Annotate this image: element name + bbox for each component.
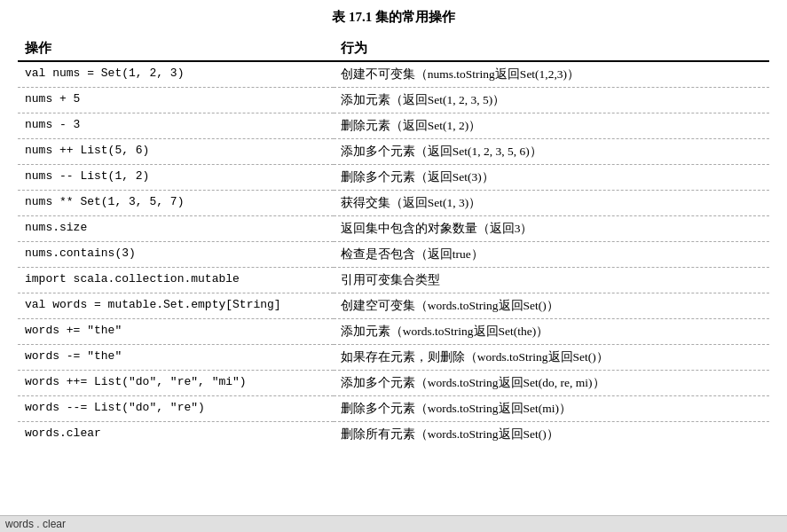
table-row: nums -- List(1, 2)删除多个元素（返回Set(3)） bbox=[18, 165, 769, 191]
operation-cell: nums -- List(1, 2) bbox=[18, 165, 334, 191]
table-row: nums ** Set(1, 3, 5, 7)获得交集（返回Set(1, 3)） bbox=[18, 191, 769, 216]
description-cell: 添加多个元素（返回Set(1, 2, 3, 5, 6)） bbox=[334, 139, 769, 165]
description-cell: 删除多个元素（words.toString返回Set(mi)） bbox=[334, 396, 769, 422]
operation-cell: nums.size bbox=[18, 216, 334, 242]
table-row: nums - 3删除元素（返回Set(1, 2)） bbox=[18, 113, 769, 139]
table-row: words ++= List("do", "re", "mi")添加多个元素（w… bbox=[18, 371, 769, 396]
description-cell: 创建不可变集（nums.toString返回Set(1,2,3)） bbox=[334, 61, 769, 88]
table-row: nums + 5添加元素（返回Set(1, 2, 3, 5)） bbox=[18, 88, 769, 113]
description-cell: 返回集中包含的对象数量（返回3） bbox=[334, 216, 769, 242]
table-row: words -= "the"如果存在元素，则删除（words.toString返… bbox=[18, 345, 769, 371]
operation-cell: nums.contains(3) bbox=[18, 242, 334, 268]
operation-cell: words --= List("do", "re") bbox=[18, 396, 334, 422]
description-cell: 添加多个元素（words.toString返回Set(do, re, mi)） bbox=[334, 371, 769, 396]
table-row: words += "the"添加元素（words.toString返回Set(t… bbox=[18, 319, 769, 345]
table-row: words --= List("do", "re")删除多个元素（words.t… bbox=[18, 396, 769, 422]
operations-table: 操作 行为 val nums = Set(1, 2, 3)创建不可变集（nums… bbox=[18, 36, 769, 447]
description-cell: 如果存在元素，则删除（words.toString返回Set()） bbox=[334, 345, 769, 371]
description-cell: 添加元素（返回Set(1, 2, 3, 5)） bbox=[334, 88, 769, 113]
table-row: nums ++ List(5, 6)添加多个元素（返回Set(1, 2, 3, … bbox=[18, 139, 769, 165]
operation-cell: nums + 5 bbox=[18, 88, 334, 113]
status-bar: words . clear bbox=[0, 515, 787, 532]
table-row: nums.contains(3)检查是否包含（返回true） bbox=[18, 242, 769, 268]
table-row: import scala.collection.mutable引用可变集合类型 bbox=[18, 268, 769, 293]
table-row: nums.size返回集中包含的对象数量（返回3） bbox=[18, 216, 769, 242]
status-text: words . clear bbox=[5, 518, 66, 530]
operation-cell: words.clear bbox=[18, 422, 334, 448]
operation-cell: nums - 3 bbox=[18, 113, 334, 139]
table-row: words.clear删除所有元素（words.toString返回Set()） bbox=[18, 422, 769, 448]
operation-cell: words -= "the" bbox=[18, 345, 334, 371]
description-cell: 引用可变集合类型 bbox=[334, 268, 769, 293]
description-cell: 检查是否包含（返回true） bbox=[334, 242, 769, 268]
table-row: val words = mutable.Set.empty[String]创建空… bbox=[18, 293, 769, 319]
operation-cell: val words = mutable.Set.empty[String] bbox=[18, 293, 334, 319]
column-header-desc: 行为 bbox=[334, 36, 769, 61]
operation-cell: words ++= List("do", "re", "mi") bbox=[18, 371, 334, 396]
description-cell: 删除所有元素（words.toString返回Set()） bbox=[334, 422, 769, 448]
operation-cell: words += "the" bbox=[18, 319, 334, 345]
description-cell: 删除多个元素（返回Set(3)） bbox=[334, 165, 769, 191]
operation-cell: nums ++ List(5, 6) bbox=[18, 139, 334, 165]
description-cell: 删除元素（返回Set(1, 2)） bbox=[334, 113, 769, 139]
description-cell: 获得交集（返回Set(1, 3)） bbox=[334, 191, 769, 216]
table-title: 表 17.1 集的常用操作 bbox=[18, 9, 769, 26]
table-row: val nums = Set(1, 2, 3)创建不可变集（nums.toStr… bbox=[18, 61, 769, 88]
operation-cell: val nums = Set(1, 2, 3) bbox=[18, 61, 334, 88]
operation-cell: nums ** Set(1, 3, 5, 7) bbox=[18, 191, 334, 216]
description-cell: 创建空可变集（words.toString返回Set()） bbox=[334, 293, 769, 319]
description-cell: 添加元素（words.toString返回Set(the)） bbox=[334, 319, 769, 345]
operation-cell: import scala.collection.mutable bbox=[18, 268, 334, 293]
column-header-op: 操作 bbox=[18, 36, 334, 61]
